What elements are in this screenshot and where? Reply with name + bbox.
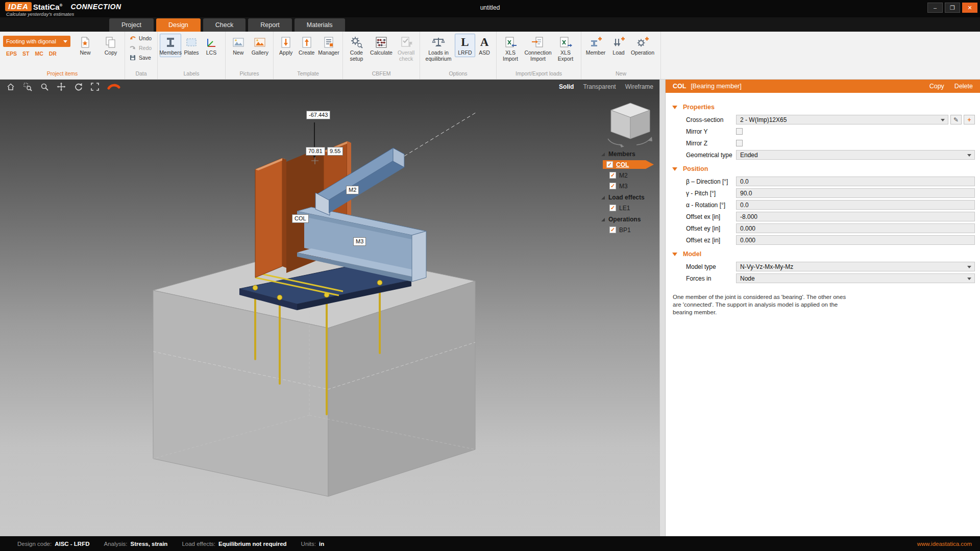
mirror-z-checkbox[interactable] (736, 140, 743, 146)
forces-in-dropdown[interactable]: Node (736, 273, 975, 283)
3d-scene[interactable] (0, 94, 659, 536)
copy-project-item-button[interactable]: Copy (99, 34, 122, 57)
gamma-pitch-row: γ - Pitch [°] 90.0 (666, 187, 980, 199)
new-load-button[interactable]: Load (608, 34, 629, 57)
le1-checkbox[interactable]: ✓ (609, 205, 616, 211)
gallery-button[interactable]: Gallery (249, 34, 271, 57)
collapse-icon[interactable] (672, 167, 677, 171)
tab-design[interactable]: Design (156, 18, 201, 32)
new-operation-button[interactable]: Operation (629, 34, 656, 57)
mirror-z-label: Mirror Z (686, 140, 736, 147)
zoom-icon[interactable] (40, 82, 49, 91)
project-item-dropdown[interactable]: Footing with digonal (3, 36, 70, 47)
expander-icon[interactable] (601, 218, 605, 221)
properties-panel: COL [Bearing member] Copy Delete Propert… (666, 80, 980, 536)
eps-button[interactable]: EPS (6, 51, 17, 57)
alpha-rotation-input[interactable]: 0.0 (736, 200, 975, 210)
display-mode-wireframe[interactable]: Wireframe (625, 83, 653, 90)
code-setup-button[interactable]: Code setup (345, 34, 368, 63)
collapse-icon[interactable] (672, 106, 677, 109)
fit-view-icon[interactable] (90, 82, 100, 91)
offset-ez-input[interactable]: 0.000 (736, 235, 975, 245)
tree-item-m3[interactable]: ✓ M3 (601, 182, 659, 190)
members-labels-toggle[interactable]: Members (160, 34, 181, 57)
lcs-labels-toggle[interactable]: LCS (202, 34, 221, 57)
bp1-checkbox[interactable]: ✓ (609, 227, 616, 233)
delete-member-button[interactable]: Delete (954, 83, 973, 90)
navigation-cube[interactable] (605, 99, 656, 147)
close-button[interactable]: ✕ (962, 3, 977, 13)
code-setup-gear-icon (350, 36, 363, 49)
tree-item-col[interactable]: ✓ COL (603, 160, 654, 169)
rotate-view-icon[interactable] (74, 82, 83, 91)
gamma-pitch-input[interactable]: 90.0 (736, 188, 975, 198)
m3-member-label[interactable]: M3 (353, 237, 366, 246)
template-manager-button[interactable]: Manager (317, 34, 340, 57)
display-mode-solid[interactable]: Solid (559, 83, 574, 90)
mc-button[interactable]: MC (35, 51, 43, 57)
3d-viewport[interactable]: -67.443 70.81 9.55 M2 COL M3 (0, 94, 659, 536)
mirror-y-checkbox[interactable] (736, 128, 743, 135)
beta-direction-input[interactable]: 0.0 (736, 177, 975, 186)
m2-member-label[interactable]: M2 (346, 186, 359, 194)
paint-mark-icon[interactable] (107, 82, 120, 91)
offset-ex-input[interactable]: -8.000 (736, 212, 975, 221)
tree-item-le1[interactable]: ✓ LE1 (601, 204, 659, 212)
section-properties[interactable]: Properties (666, 104, 980, 111)
tree-item-bp1[interactable]: ✓ BP1 (601, 226, 659, 234)
create-template-button[interactable]: Create (296, 34, 316, 57)
redo-icon (129, 44, 136, 52)
add-cross-section-button[interactable]: + (964, 115, 975, 124)
offset-ey-input[interactable]: 0.000 (736, 223, 975, 233)
minimize-button[interactable]: – (927, 3, 943, 13)
cross-section-dropdown[interactable]: 2 - W(Imp)12X65 (736, 115, 948, 124)
redo-button[interactable]: Redo (128, 43, 153, 53)
xls-import-button[interactable]: XLS Import (499, 34, 522, 63)
maximize-button[interactable]: ❐ (945, 3, 960, 13)
undo-button[interactable]: Undo (128, 34, 153, 43)
geometrical-type-dropdown[interactable]: Ended (736, 150, 975, 160)
tab-check[interactable]: Check (203, 18, 246, 32)
section-position[interactable]: Position (666, 165, 980, 172)
model-type-dropdown[interactable]: N-Vy-Vz-Mx-My-Mz (736, 262, 975, 271)
new-picture-button[interactable]: New (228, 34, 249, 57)
section-model[interactable]: Model (666, 251, 980, 258)
dr-button[interactable]: DR (49, 51, 57, 57)
new-project-item-button[interactable]: New (74, 34, 97, 57)
calculate-button[interactable]: Calculate (368, 34, 395, 57)
website-link[interactable]: www.ideastatica.com (917, 541, 972, 547)
apply-template-button[interactable]: Apply (276, 34, 296, 57)
tab-project[interactable]: Project (109, 18, 154, 32)
m3-checkbox[interactable]: ✓ (609, 183, 616, 189)
expander-icon[interactable] (601, 196, 605, 199)
edit-cross-section-button[interactable]: ✎ (950, 115, 962, 124)
asd-toggle[interactable]: A ASD (475, 34, 494, 57)
tree-members-header[interactable]: Members (601, 151, 659, 158)
display-mode-transparent[interactable]: Transparent (583, 83, 616, 90)
xls-export-button[interactable]: XLS Export (554, 34, 577, 63)
tab-materials[interactable]: Materials (295, 18, 345, 32)
tree-operations-header[interactable]: Operations (601, 216, 659, 223)
save-button[interactable]: Save (128, 53, 153, 62)
home-view-icon[interactable] (6, 82, 15, 91)
loads-in-equilibrium-button[interactable]: Loads in equilibrium (422, 34, 455, 63)
col-checkbox[interactable]: ✓ (606, 161, 613, 168)
connection-import-button[interactable]: Connection Import (522, 34, 554, 63)
copy-member-button[interactable]: Copy (929, 83, 944, 90)
zoom-window-icon[interactable] (23, 82, 32, 91)
st-button[interactable]: ST (22, 51, 29, 57)
tree-item-m2[interactable]: ✓ M2 (601, 171, 659, 180)
overall-check-button[interactable]: Overall check (395, 34, 418, 63)
collapse-icon[interactable] (672, 253, 677, 256)
m2-checkbox[interactable]: ✓ (609, 172, 616, 179)
lrfd-toggle[interactable]: L LRFD (455, 34, 475, 57)
plates-labels-toggle[interactable]: Plates (181, 34, 202, 57)
tab-report[interactable]: Report (248, 18, 292, 32)
panel-splitter[interactable] (659, 80, 666, 536)
new-member-button[interactable]: Member (583, 34, 608, 57)
tree-load-effects-header[interactable]: Load effects (601, 194, 659, 201)
force-value-label: -67.443 (306, 111, 330, 119)
expander-icon[interactable] (601, 153, 605, 156)
pan-icon[interactable] (57, 82, 66, 91)
col-member-label[interactable]: COL (292, 214, 309, 223)
